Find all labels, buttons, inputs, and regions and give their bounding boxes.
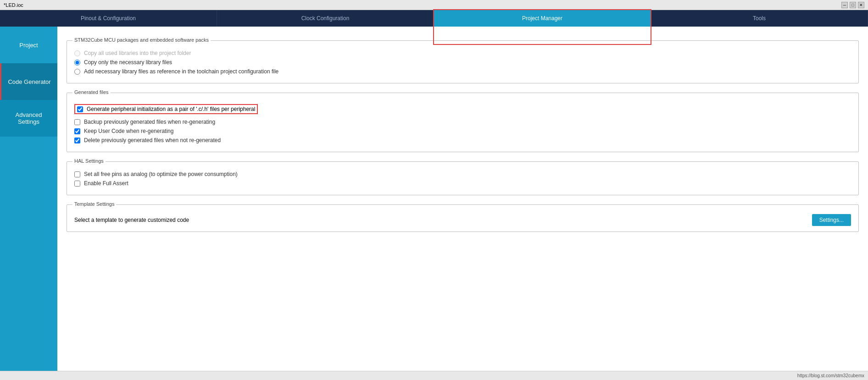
checkbox-set-free-pins-row[interactable]: Set all free pins as analog (to optimize… xyxy=(74,171,851,177)
title-bar-text: *LED.ioc xyxy=(4,2,841,8)
sidebar-item-project[interactable]: Project xyxy=(0,27,57,63)
maximize-button[interactable]: □ xyxy=(850,2,856,8)
settings-button[interactable]: Settings... xyxy=(812,214,851,226)
radio-add-reference[interactable]: Add necessary library files as reference… xyxy=(74,68,851,75)
checkbox-keep-user-code-row[interactable]: Keep User Code when re-generating xyxy=(74,128,851,134)
hal-settings-section: HAL Settings Set all free pins as analog… xyxy=(67,161,859,195)
template-settings-section: Template Settings Select a template to g… xyxy=(67,204,859,232)
content-area: STM32Cube MCU packages and embedded soft… xyxy=(57,27,868,371)
checkbox-set-free-pins[interactable] xyxy=(74,171,80,177)
tab-pinout[interactable]: Pinout & Configuration xyxy=(0,10,217,27)
status-bar: https://blog.st.com/stm32cubemx xyxy=(0,371,868,380)
stm32-section: STM32Cube MCU packages and embedded soft… xyxy=(67,40,859,83)
tab-tools[interactable]: Tools xyxy=(651,10,868,27)
stm32-section-title: STM32Cube MCU packages and embedded soft… xyxy=(72,37,211,43)
template-settings-label: Select a template to generate customized… xyxy=(74,217,189,223)
checkbox-backup-files-row[interactable]: Backup previously generated files when r… xyxy=(74,119,851,125)
title-bar: *LED.ioc ─ □ ✕ xyxy=(0,0,868,10)
checkbox-keep-user-code[interactable] xyxy=(74,128,80,134)
checkbox-delete-prev-row[interactable]: Delete previously generated files when n… xyxy=(74,137,851,143)
sidebar-item-code-generator[interactable]: Code Generator xyxy=(0,63,57,100)
template-settings-title: Template Settings xyxy=(72,201,116,207)
radio-copy-necessary[interactable]: Copy only the necessary library files xyxy=(74,59,851,66)
radio-copy-all[interactable]: Copy all used libraries into the project… xyxy=(74,50,851,56)
top-navigation: Pinout & Configuration Clock Configurati… xyxy=(0,10,868,27)
status-url: https://blog.st.com/stm32cubemx xyxy=(797,373,864,378)
tab-clock[interactable]: Clock Configuration xyxy=(217,10,434,27)
gen-peripheral-row: Generate peripheral initialization as a … xyxy=(74,102,851,116)
sidebar-item-advanced-settings[interactable]: Advanced Settings xyxy=(0,100,57,137)
close-button[interactable]: ✕ xyxy=(858,2,864,8)
checkbox-delete-prev[interactable] xyxy=(74,138,80,143)
title-bar-controls: ─ □ ✕ xyxy=(841,2,864,8)
sidebar: Project Code Generator Advanced Settings xyxy=(0,27,57,371)
minimize-button[interactable]: ─ xyxy=(841,2,848,8)
generated-files-section: Generated files Generate peripheral init… xyxy=(67,93,859,152)
hal-settings-title: HAL Settings xyxy=(72,158,106,164)
checkbox-backup-files[interactable] xyxy=(74,119,80,125)
checkbox-gen-peripheral[interactable] xyxy=(77,106,83,112)
generated-files-title: Generated files xyxy=(72,89,111,95)
checkbox-enable-assert-row[interactable]: Enable Full Assert xyxy=(74,180,851,187)
main-layout: Project Code Generator Advanced Settings… xyxy=(0,27,868,371)
tab-project-manager[interactable]: Project Manager xyxy=(434,10,651,27)
checkbox-enable-assert[interactable] xyxy=(74,181,80,187)
